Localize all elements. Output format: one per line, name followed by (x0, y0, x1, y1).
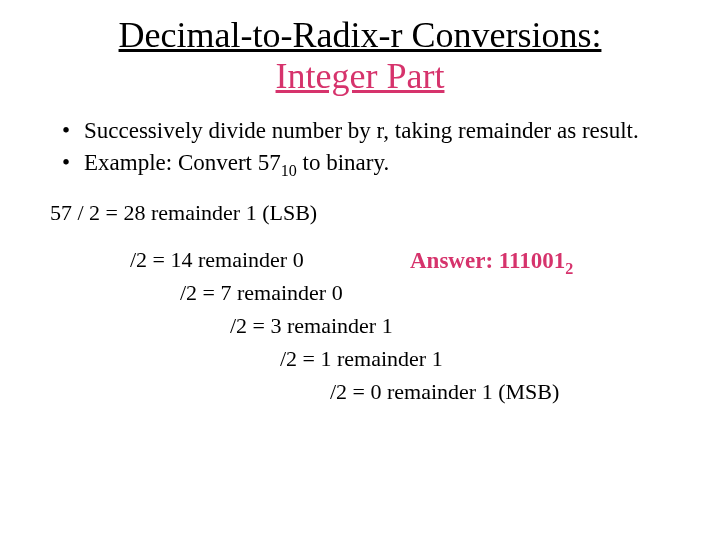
slide: Decimal-to-Radix-r Conversions: Integer … (0, 0, 720, 428)
answer-label: Answer: 1110012 (410, 244, 573, 279)
step-line: /2 = 3 remainder 1 (230, 309, 670, 342)
bullet-text-pre: Example: Convert 57 (84, 150, 281, 175)
bullet-text: Example: Convert 5710 to binary. (84, 148, 670, 178)
slide-title: Decimal-to-Radix-r Conversions: Integer … (50, 15, 670, 98)
answer-text: Answer: 111001 (410, 248, 565, 273)
step-line: /2 = 7 remainder 0 (180, 276, 670, 309)
bullet-dot-icon: • (60, 148, 84, 178)
step-line: /2 = 1 remainder 1 (280, 342, 670, 375)
bullet-item: • Example: Convert 5710 to binary. (60, 148, 670, 178)
conversion-steps: 57 / 2 = 28 remainder 1 (LSB) /2 = 14 re… (50, 196, 670, 408)
title-line2: Integer Part (276, 56, 445, 96)
step-line: /2 = 0 remainder 1 (MSB) (330, 375, 670, 408)
bullet-list: • Successively divide number by r, takin… (60, 116, 670, 178)
bullet-text-post: to binary. (297, 150, 389, 175)
step-line: /2 = 14 remainder 0 (130, 243, 670, 276)
subscript: 2 (565, 259, 573, 276)
bullet-dot-icon: • (60, 116, 84, 146)
title-line1: Decimal-to-Radix-r Conversions: (119, 15, 602, 55)
step-line: 57 / 2 = 28 remainder 1 (LSB) (50, 196, 670, 229)
bullet-text: Successively divide number by r, taking … (84, 116, 670, 146)
bullet-item: • Successively divide number by r, takin… (60, 116, 670, 146)
subscript: 10 (281, 161, 297, 178)
